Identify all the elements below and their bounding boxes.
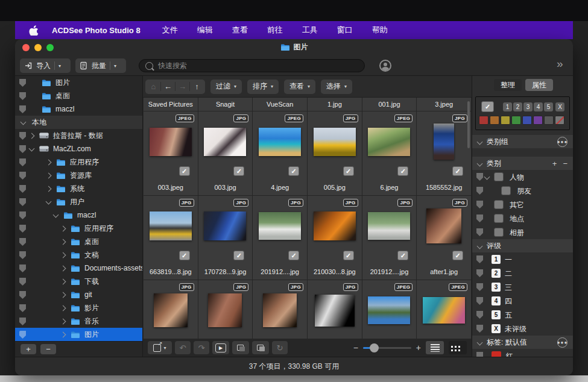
rating-4-button[interactable]: 4 <box>534 102 543 111</box>
select-checkbox[interactable]: ✓ <box>179 251 190 260</box>
toolbar-overflow-icon[interactable]: » <box>557 57 562 70</box>
chevron-right-icon[interactable] <box>60 292 66 298</box>
color-label-green[interactable] <box>511 116 521 125</box>
app-name[interactable]: ACDSee Photo Studio 8 <box>52 26 141 35</box>
ellipsis-menu-icon[interactable]: ●●● <box>557 337 567 348</box>
slideshow-button[interactable]: ▶ <box>212 341 229 354</box>
menu-go[interactable]: 前往 <box>267 25 283 36</box>
rating-item-unrated[interactable]: X 未评级 <box>472 322 573 336</box>
chevron-right-icon[interactable] <box>60 305 66 312</box>
thumbnail-cell[interactable]: JPG <box>253 280 307 339</box>
chevron-right-icon[interactable] <box>46 160 52 166</box>
rating-clear-button[interactable]: X <box>555 102 564 111</box>
account-avatar-icon[interactable] <box>379 60 391 72</box>
title-bar[interactable]: 图片 <box>15 39 573 56</box>
sidebar-item-pictures-top[interactable]: 图片 <box>15 76 142 89</box>
grid-view-button[interactable] <box>449 341 467 354</box>
chevron-down-icon[interactable] <box>21 119 27 125</box>
dropdown-arrow-icon[interactable]: ▾ <box>114 63 116 69</box>
remove-category-button[interactable]: − <box>563 159 567 168</box>
rating-item-3[interactable]: 3 三 <box>472 280 573 294</box>
select-checkbox[interactable]: ✓ <box>397 251 408 260</box>
thumbnail-cell[interactable]: Saved Pictures <box>144 98 198 111</box>
thumbnail-grid[interactable]: Saved Pictures Snagit VueScan 1.jpg 001.… <box>144 98 471 339</box>
menu-view[interactable]: 查看 <box>232 25 248 36</box>
chevron-down-icon[interactable] <box>477 139 483 145</box>
sidebar-item-user-desktop[interactable]: 桌面 <box>15 235 142 248</box>
sidebar-item-pictures-selected[interactable]: 图片 <box>15 328 142 341</box>
chevron-down-icon[interactable] <box>53 212 59 218</box>
sidebar-item-maczl-top[interactable]: maczl <box>15 102 142 116</box>
batch-button[interactable]: 批量 ▾ <box>75 58 126 73</box>
forward-button[interactable]: → <box>175 82 189 91</box>
thumbnail-cell[interactable]: JPEG ✓ 4.jpeg <box>253 111 307 195</box>
sidebar-item-documents[interactable]: 文稿 <box>15 248 142 261</box>
zoom-slider-knob[interactable] <box>370 343 379 352</box>
thumbnail-cell[interactable]: JPG <box>198 280 253 339</box>
sync-button[interactable]: ↻ <box>272 341 288 354</box>
photo-thumbnail[interactable] <box>315 295 355 327</box>
photo-thumbnail[interactable] <box>368 128 410 156</box>
compare-button[interactable] <box>232 341 249 354</box>
rating-3-button[interactable]: 3 <box>523 102 533 111</box>
category-item-friends[interactable]: 朋友 <box>472 184 573 198</box>
category-checkbox[interactable] <box>494 172 504 181</box>
thumbnail-cell[interactable]: JPG <box>144 280 198 339</box>
select-checkbox[interactable]: ✓ <box>233 251 244 260</box>
label-item-red[interactable]: 红 <box>472 349 573 357</box>
chevron-right-icon[interactable] <box>60 226 66 232</box>
thumbnail-cell[interactable]: JPEG <box>362 280 417 339</box>
thumbnail-cell[interactable]: JPG ✓ 663819...8.jpg <box>144 196 198 280</box>
chevron-right-icon[interactable] <box>29 133 35 139</box>
select-checkbox[interactable]: ✓ <box>288 251 299 260</box>
menu-edit[interactable]: 编辑 <box>197 25 213 36</box>
menu-help[interactable]: 帮助 <box>372 25 388 36</box>
thumbnail-cell[interactable]: JPEG <box>417 280 471 339</box>
dropdown-arrow-icon[interactable]: ▾ <box>58 63 61 69</box>
thumbnail-cell[interactable]: JPEG ✓ 003.jpeg <box>144 111 198 195</box>
select-checkbox[interactable]: ✓ <box>179 166 190 176</box>
thumbnail-cell[interactable]: JPG ✓ 005.jpg <box>308 111 362 195</box>
thumbnail-cell[interactable]: JPG <box>308 280 362 339</box>
add-folder-button[interactable]: + <box>21 344 36 354</box>
sidebar-item-users[interactable]: 用户 <box>15 195 142 208</box>
chevron-right-icon[interactable] <box>46 186 52 192</box>
select-checkbox[interactable]: ✓ <box>343 166 354 176</box>
color-label-orange[interactable] <box>490 116 499 125</box>
thumbnail-cell[interactable]: 001.jpg <box>362 98 417 111</box>
rating-1-button[interactable]: 1 <box>503 102 512 111</box>
chevron-down-icon[interactable] <box>29 146 35 152</box>
photo-thumbnail[interactable] <box>368 296 410 324</box>
sidebar-item-documents-assets[interactable]: Documents-assets <box>15 261 142 275</box>
select-checkbox[interactable]: ✓ <box>288 166 299 176</box>
color-label-none[interactable] <box>555 116 564 125</box>
category-checkbox[interactable] <box>501 186 511 195</box>
photo-thumbnail[interactable] <box>314 211 356 240</box>
photo-thumbnail[interactable] <box>154 293 188 327</box>
color-label-purple[interactable] <box>533 116 543 125</box>
list-view-button[interactable] <box>426 341 444 354</box>
up-button[interactable]: ↑ <box>190 82 204 91</box>
sidebar-item-git[interactable]: git <box>15 288 142 301</box>
sidebar-section-local[interactable]: 本地 <box>15 116 142 129</box>
sort-dropdown[interactable]: 排序 ▾ <box>247 80 279 94</box>
section-categories[interactable]: 类别 + − <box>472 157 573 170</box>
chevron-down-icon[interactable] <box>484 174 490 180</box>
sidebar-item-system[interactable]: 系统 <box>15 182 142 195</box>
ellipsis-menu-icon[interactable]: ●●● <box>557 137 567 147</box>
rating-item-2[interactable]: 2 二 <box>472 266 573 280</box>
chevron-down-icon[interactable] <box>477 160 483 166</box>
thumbnail-cell[interactable]: JPG ✓ 201912....jpg <box>362 196 417 280</box>
photo-thumbnail[interactable] <box>259 128 301 156</box>
thumbnail-cell[interactable]: Snagit <box>198 98 253 111</box>
sidebar-item-downloads[interactable]: 下载 <box>15 275 142 288</box>
chevron-down-icon[interactable] <box>46 199 52 205</box>
thumbnail-cell[interactable]: VueScan <box>253 98 307 111</box>
thumbnail-cell[interactable]: JPG ✓ 210030...8.jpg <box>308 196 362 280</box>
photo-thumbnail[interactable] <box>434 124 454 160</box>
add-category-button[interactable]: + <box>552 159 557 168</box>
chevron-right-icon[interactable] <box>60 279 66 285</box>
photo-thumbnail[interactable] <box>150 128 192 156</box>
chevron-right-icon[interactable] <box>60 332 66 338</box>
category-item-people[interactable]: 人物 <box>472 170 573 184</box>
